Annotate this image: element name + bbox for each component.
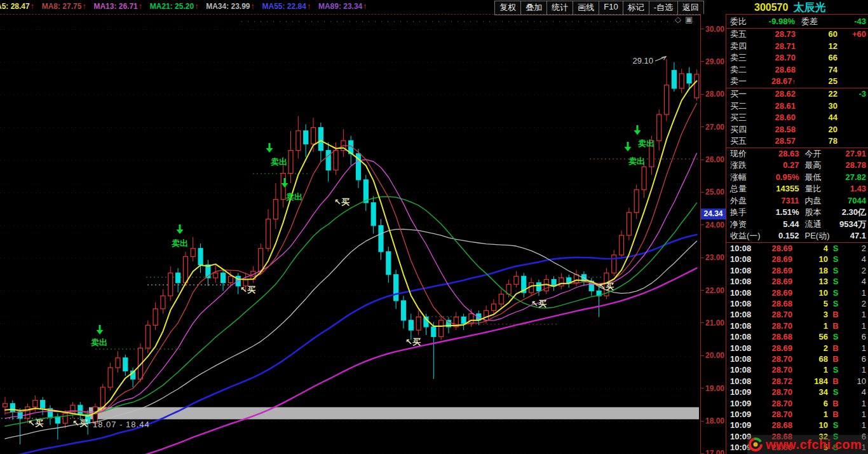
kline-chart[interactable]: 卖出卖出卖出卖出卖出卖出↖买↖买↖买↖买↖买↖买↖买29.1018.07 - 1…	[0, 14, 700, 454]
order-change: -3	[837, 88, 866, 100]
stat-row: 涨幅0.95%最低27.82	[726, 172, 868, 184]
price-axis-marker: 24.34	[701, 209, 726, 219]
stat-label: 收益(一)	[730, 230, 770, 242]
panel-toggle-icon[interactable]: ▣	[685, 15, 693, 24]
price-axis: 24.34 30.0029.0028.0027.0026.0025.0024.0…	[700, 14, 726, 454]
tick-count: 6	[843, 331, 866, 342]
tick-price: 28.70	[756, 309, 792, 320]
order-level-label: 买二	[730, 100, 758, 113]
tick-time: 10:08	[730, 354, 756, 364]
tick-trade-list[interactable]: 10:0828.694S210:0828.6910S410:0828.6918S…	[726, 243, 868, 454]
diamond-marker-icon[interactable]: ◇	[675, 15, 681, 24]
sell-row[interactable]: 卖一28.67↑25	[726, 76, 868, 88]
tick-time: 10:08	[730, 265, 756, 276]
menu-item-统计[interactable]: 统计	[546, 1, 573, 15]
tick-time: 10:08	[730, 309, 756, 320]
order-volume: 66	[796, 52, 837, 64]
tick-count: 2	[843, 243, 866, 254]
chart-corner-icons: ◇▣	[671, 15, 693, 24]
tick-count: 10	[843, 376, 866, 387]
axis-label: 29.00	[702, 57, 724, 66]
menu-item-画线[interactable]: 画线	[573, 1, 599, 15]
sell-row[interactable]: 卖四28.7112	[726, 41, 868, 53]
tick-row: 10:0828.694S2	[726, 243, 868, 254]
buy-row[interactable]: 买五28.5778	[726, 135, 868, 148]
tick-volume: 5	[792, 298, 828, 309]
menu-item--自选[interactable]: -自选	[649, 1, 678, 15]
stat-row: 现价28.63今开27.91	[726, 148, 868, 160]
tick-row: 10:0928.706B1	[726, 398, 868, 409]
tick-volume: 10	[792, 287, 828, 298]
stat-label: 外盘	[730, 195, 770, 207]
menu-item-返回[interactable]: 返回	[677, 1, 704, 15]
tick-side: B	[828, 398, 843, 409]
tick-price: 28.68	[756, 331, 792, 342]
tick-volume: 1	[792, 364, 828, 375]
buy-row[interactable]: 买四28.5820	[726, 124, 868, 136]
tick-side: S	[828, 331, 843, 342]
watermark: www.cfchi.com	[747, 435, 868, 454]
menu-item-F10[interactable]: F10	[599, 1, 623, 15]
up-arrow-icon: ↑	[31, 2, 34, 11]
tick-price: 28.69	[756, 254, 792, 265]
axis-label: 18.00	[702, 416, 724, 425]
buy-row[interactable]: 买一28.6222-3	[726, 88, 868, 100]
menu-item-标记[interactable]: 标记	[623, 1, 649, 15]
tick-row: 10:0828.6910S4	[726, 254, 868, 265]
kline-chart-svg[interactable]: 卖出卖出卖出卖出卖出卖出↖买↖买↖买↖买↖买↖买↖买29.1018.07 - 1…	[0, 15, 700, 454]
buy-row[interactable]: 买三28.6044	[726, 112, 868, 124]
stat-label: PE(动)	[805, 230, 837, 242]
tick-time: 10:08	[730, 331, 756, 342]
sell-row[interactable]: 卖二28.6874	[726, 64, 868, 76]
tick-price: 28.70	[756, 387, 792, 397]
order-price: 28.57	[758, 135, 796, 148]
axis-label: 27.00	[702, 123, 724, 132]
axis-label: 23.00	[702, 253, 724, 262]
tick-count: 1	[843, 409, 866, 420]
tick-row: 10:0828.685S2	[726, 298, 868, 309]
weicha-label: 委差	[801, 15, 818, 29]
weibi-value: -9.98%	[747, 15, 795, 29]
tick-count: 1	[843, 287, 866, 298]
menu-item-复权[interactable]: 复权	[494, 1, 521, 15]
order-level-label: 买五	[730, 135, 758, 148]
tick-time: 10:09	[730, 387, 756, 397]
weibi-label: 委比	[730, 15, 747, 29]
tick-volume: 18	[792, 265, 828, 276]
tick-row: 10:0828.72184B10	[726, 376, 868, 387]
tick-count: 1	[843, 420, 866, 430]
tick-time: 10:08	[730, 298, 756, 309]
tick-count: 4	[843, 276, 866, 287]
buy-row[interactable]: 买二28.6130	[726, 100, 868, 113]
order-book-buy: 买一28.6222-3买二28.6130买三28.6044买四28.5820买五…	[726, 88, 868, 148]
tick-volume: 34	[792, 387, 828, 397]
tick-count: 2	[843, 265, 866, 276]
axis-label: 22.00	[702, 286, 724, 295]
tick-time: 10:08	[730, 320, 756, 331]
svg-text:卖出: 卖出	[271, 157, 287, 167]
stat-value: 0.152	[770, 230, 799, 242]
tick-time: 10:09	[730, 409, 756, 420]
stat-value: 14355	[770, 183, 799, 195]
tick-price: 28.70	[756, 409, 792, 420]
sell-row[interactable]: 卖三28.7066	[726, 52, 868, 64]
svg-text:卖出: 卖出	[286, 192, 302, 202]
tick-price: 28.69	[756, 265, 792, 276]
tick-side: S	[828, 254, 843, 265]
sell-row[interactable]: 卖五28.7360+60	[726, 29, 868, 41]
cfchi-logo-icon	[747, 436, 764, 453]
order-level-label: 买四	[730, 124, 758, 136]
up-arrow-icon: ↑	[139, 2, 142, 11]
svg-text:↖买: ↖买	[599, 282, 614, 291]
stat-value: 28.63	[770, 148, 799, 160]
tick-side: S	[828, 265, 843, 276]
menu-item-叠加[interactable]: 叠加	[520, 1, 547, 15]
stock-name: 太辰光	[793, 1, 825, 13]
watermark-text: www.cfchi.com	[766, 437, 862, 452]
stat-row: 收益(一)0.152PE(动)47.1	[726, 230, 868, 242]
stat-label: 内盘	[805, 195, 837, 207]
axis-label: 17.00	[702, 449, 724, 454]
tick-volume: 184	[792, 376, 828, 387]
tick-price: 28.70	[756, 364, 792, 375]
ma-readout-item: MA34: 23.99↑	[206, 2, 254, 11]
